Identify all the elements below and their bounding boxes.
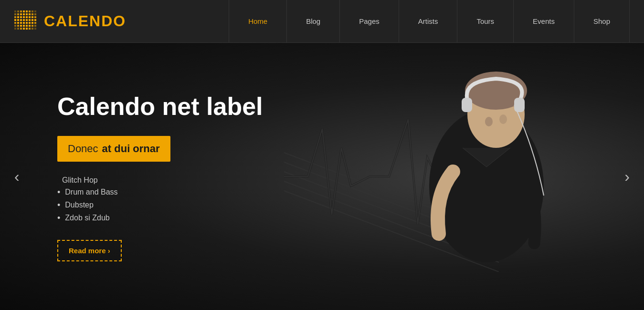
svg-rect-0: [14, 10, 16, 12]
svg-rect-28: [26, 19, 28, 21]
svg-rect-47: [34, 25, 36, 27]
svg-rect-19: [23, 16, 25, 18]
svg-rect-45: [29, 25, 31, 27]
list-item-2: Drum and Bass: [57, 187, 263, 197]
svg-rect-38: [32, 22, 33, 24]
svg-rect-7: [34, 10, 36, 12]
svg-rect-1: [17, 10, 19, 12]
svg-rect-6: [32, 10, 33, 12]
nav-item-tours[interactable]: Tours: [457, 0, 513, 43]
svg-rect-32: [14, 22, 16, 24]
svg-rect-41: [17, 25, 19, 27]
nav-item-pages[interactable]: Pages: [339, 0, 399, 43]
navbar: CALENDO Home Blog Pages Artists Tours Ev…: [0, 0, 644, 43]
svg-rect-14: [32, 13, 33, 15]
svg-rect-49: [17, 28, 19, 30]
svg-rect-3: [23, 10, 25, 12]
logo-area: CALENDO: [14, 10, 126, 32]
hero-section: ‹ Calendo net label Donec at dui ornar G…: [0, 43, 644, 310]
svg-rect-18: [20, 16, 22, 18]
svg-rect-35: [23, 22, 25, 24]
svg-rect-33: [17, 22, 19, 24]
svg-rect-2: [20, 10, 22, 12]
hero-genre-list: Glitch Hop Drum and Bass Dubstep Zdob si…: [57, 176, 263, 223]
svg-rect-25: [17, 19, 19, 21]
svg-rect-53: [29, 28, 31, 30]
svg-rect-37: [29, 22, 31, 24]
svg-rect-46: [32, 25, 33, 27]
svg-rect-9: [17, 13, 19, 15]
svg-rect-4: [26, 10, 28, 12]
svg-rect-17: [17, 16, 19, 18]
list-item-1: Glitch Hop: [57, 176, 263, 185]
nav-links: Home Blog Pages Artists Tours Events Sho…: [229, 0, 630, 43]
hero-subtitle-box: Donec at dui ornar: [57, 136, 170, 162]
svg-rect-15: [34, 13, 36, 15]
logo-icon: [14, 10, 38, 32]
nav-item-events[interactable]: Events: [513, 0, 574, 43]
svg-rect-36: [26, 22, 28, 24]
svg-rect-51: [23, 28, 25, 30]
svg-rect-5: [29, 10, 31, 12]
hero-content: Calendo net label Donec at dui ornar Gli…: [0, 92, 263, 261]
hero-title: Calendo net label: [57, 92, 263, 121]
list-item-3: Dubstep: [57, 200, 263, 210]
svg-rect-30: [32, 19, 33, 21]
dj-figure: [367, 43, 606, 310]
svg-rect-50: [20, 28, 22, 30]
svg-rect-10: [20, 13, 22, 15]
svg-rect-52: [26, 28, 28, 30]
read-more-button[interactable]: Read more ›: [57, 240, 122, 261]
svg-rect-54: [32, 28, 33, 30]
svg-rect-29: [29, 19, 31, 21]
svg-rect-44: [26, 25, 28, 27]
subtitle-bold: at dui ornar: [102, 143, 160, 155]
svg-rect-40: [14, 25, 16, 27]
prev-slide-button[interactable]: ‹: [10, 163, 24, 190]
svg-rect-11: [23, 13, 25, 15]
logo-text: CALENDO: [44, 12, 126, 30]
svg-rect-34: [20, 22, 22, 24]
svg-rect-26: [20, 19, 22, 21]
svg-rect-48: [14, 28, 16, 30]
svg-rect-39: [34, 22, 36, 24]
svg-rect-21: [29, 16, 31, 18]
nav-item-home[interactable]: Home: [229, 0, 286, 43]
svg-rect-20: [26, 16, 28, 18]
svg-rect-64: [462, 98, 472, 112]
nav-item-artists[interactable]: Artists: [399, 0, 457, 43]
next-slide-button[interactable]: ›: [620, 163, 634, 190]
nav-item-blog[interactable]: Blog: [286, 0, 339, 43]
svg-rect-23: [34, 16, 36, 18]
svg-rect-43: [23, 25, 25, 27]
svg-rect-27: [23, 19, 25, 21]
nav-item-shop[interactable]: Shop: [574, 0, 630, 43]
svg-rect-12: [26, 13, 28, 15]
svg-rect-31: [34, 19, 36, 21]
svg-rect-8: [14, 13, 16, 15]
svg-rect-42: [20, 25, 22, 27]
svg-point-67: [499, 114, 507, 124]
svg-rect-16: [14, 16, 16, 18]
svg-rect-13: [29, 13, 31, 15]
svg-rect-22: [32, 16, 33, 18]
svg-rect-55: [34, 28, 36, 30]
svg-rect-24: [14, 19, 16, 21]
subtitle-normal: Donec: [68, 143, 98, 155]
svg-point-66: [485, 117, 493, 126]
list-item-4: Zdob si Zdub: [57, 213, 263, 223]
svg-rect-65: [514, 98, 525, 112]
